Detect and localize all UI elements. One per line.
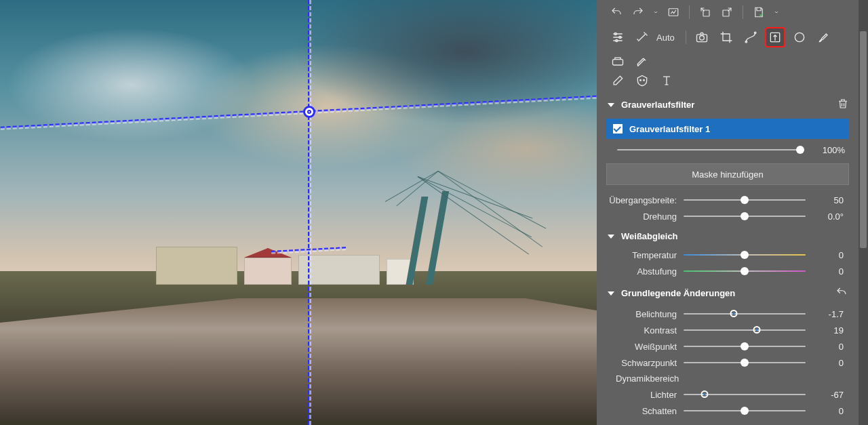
checkbox-icon[interactable]	[613, 124, 623, 134]
canvas-area[interactable]	[0, 0, 597, 425]
temperature-slider[interactable]	[684, 249, 806, 260]
rotation-slider[interactable]	[684, 211, 806, 222]
contrast-label: Kontrast	[597, 325, 677, 336]
retouch-tool-icon[interactable]	[609, 53, 627, 70]
svg-point-9	[754, 32, 756, 34]
magic-tool-icon[interactable]	[633, 28, 651, 46]
white-value: 0	[812, 342, 844, 352]
brush-tool-icon[interactable]	[815, 28, 833, 46]
highlights-value: -67	[812, 390, 844, 400]
param-shadows: Schatten 0	[597, 403, 859, 419]
dropdown-caret-icon[interactable]	[774, 6, 778, 18]
section-wb-header[interactable]: Weißabgleich	[597, 224, 859, 247]
svg-rect-12	[613, 60, 623, 65]
black-label: Schwarzpunkt	[597, 358, 677, 368]
exposure-slider[interactable]	[684, 308, 806, 319]
eraser-tool-icon[interactable]	[609, 72, 627, 89]
compare-icon[interactable]	[667, 6, 679, 18]
white-label: Weißpunkt	[597, 342, 677, 352]
divider	[686, 31, 686, 44]
param-highlights: Lichter -67	[597, 386, 859, 403]
rotate-left-icon[interactable]	[699, 6, 711, 18]
svg-point-13	[640, 79, 642, 81]
tint-slider[interactable]	[684, 266, 806, 277]
curve-tool-icon[interactable]	[742, 28, 760, 46]
auto-label[interactable]: Auto	[656, 33, 675, 43]
radial-filter-tool-icon[interactable]	[791, 28, 808, 46]
chevron-down-icon	[608, 291, 614, 296]
tools-row: Auto	[597, 24, 859, 72]
transition-label: Übergangsbreite:	[597, 195, 677, 205]
section-gradient-header[interactable]: Grauverlaufsfilter	[597, 91, 859, 119]
shadows-value: 0	[812, 406, 844, 416]
param-white: Weißpunkt 0	[597, 338, 859, 355]
contrast-value: 19	[812, 325, 844, 336]
param-tint: Abstufung 0	[597, 263, 859, 279]
dropdown-caret-icon[interactable]	[654, 6, 658, 18]
svg-point-7	[699, 36, 704, 41]
highlights-label: Lichter	[597, 390, 677, 400]
history-toolbar	[597, 0, 859, 24]
contrast-slider[interactable]	[684, 325, 806, 336]
transition-value: 50	[812, 195, 844, 205]
redo-icon[interactable]	[632, 6, 644, 18]
shadows-slider[interactable]	[684, 405, 806, 416]
scroll-thumb[interactable]	[860, 31, 867, 248]
exposure-value: -1.7	[812, 309, 844, 319]
camera-tool-icon[interactable]	[693, 28, 711, 46]
chevron-down-icon	[608, 103, 614, 107]
tools-row-2	[597, 72, 859, 91]
rotate-right-icon[interactable]	[721, 6, 733, 18]
gradient-guide-vertical[interactable]	[308, 0, 310, 425]
save-icon[interactable]	[753, 6, 765, 18]
photo-buildings	[47, 237, 495, 285]
trash-icon[interactable]	[837, 98, 849, 112]
param-dynrange-label: Dynamikbereich	[597, 371, 859, 386]
undo-icon[interactable]	[610, 6, 623, 18]
gradient-center-handle[interactable]	[303, 106, 315, 118]
param-rotation: Drehung 0.0°	[597, 208, 859, 224]
text-tool-icon[interactable]	[658, 72, 675, 89]
white-slider[interactable]	[684, 341, 806, 352]
param-temperature: Temperatur 0	[597, 247, 859, 263]
opacity-value: 100%	[814, 145, 845, 155]
rotation-label: Drehung	[597, 211, 677, 222]
section-title: Weißabgleich	[621, 231, 678, 241]
add-mask-button[interactable]: Maske hinzufügen	[606, 163, 849, 185]
param-black: Schwarzpunkt 0	[597, 355, 859, 371]
exposure-label: Belichtung	[597, 309, 677, 319]
svg-point-14	[644, 79, 645, 81]
crop-tool-icon[interactable]	[717, 28, 735, 46]
adjustments-tool-icon[interactable]	[609, 28, 627, 46]
transition-slider[interactable]	[684, 195, 806, 205]
black-slider[interactable]	[684, 357, 806, 368]
mask-tool-icon[interactable]	[633, 72, 651, 89]
section-basic-header[interactable]: Grundlegende Änderungen	[597, 279, 859, 306]
svg-point-11	[795, 33, 804, 41]
divider	[689, 5, 690, 19]
tint-value: 0	[812, 266, 844, 277]
section-title: Grundlegende Änderungen	[621, 288, 735, 298]
temperature-label: Temperatur	[597, 250, 677, 260]
shadows-label: Schatten	[597, 406, 677, 416]
panel-scrollbar[interactable]	[859, 0, 868, 425]
opacity-row: 100%	[597, 139, 859, 161]
photo-river	[0, 298, 597, 420]
chevron-down-icon	[608, 235, 614, 239]
filter-list-item[interactable]: Grauverlaufsfilter 1	[606, 119, 849, 139]
reset-icon[interactable]	[835, 286, 848, 300]
param-exposure: Belichtung -1.7	[597, 306, 859, 322]
eyedropper-tool-icon[interactable]	[633, 53, 651, 70]
filter-item-label: Grauverlaufsfilter 1	[629, 124, 710, 134]
right-panel: Auto Grauverlaufsfilter Grauverlaufsfil	[597, 0, 868, 425]
opacity-slider[interactable]	[617, 144, 804, 155]
highlights-slider[interactable]	[684, 389, 806, 400]
section-title: Grauverlaufsfilter	[621, 100, 694, 110]
divider	[743, 5, 743, 19]
temperature-value: 0	[812, 250, 844, 260]
black-value: 0	[812, 358, 844, 368]
dynrange-label: Dynamikbereich	[597, 373, 846, 384]
param-contrast: Kontrast 19	[597, 322, 859, 338]
rotation-value: 0.0°	[812, 211, 844, 222]
gradient-filter-tool-icon[interactable]	[766, 28, 784, 46]
